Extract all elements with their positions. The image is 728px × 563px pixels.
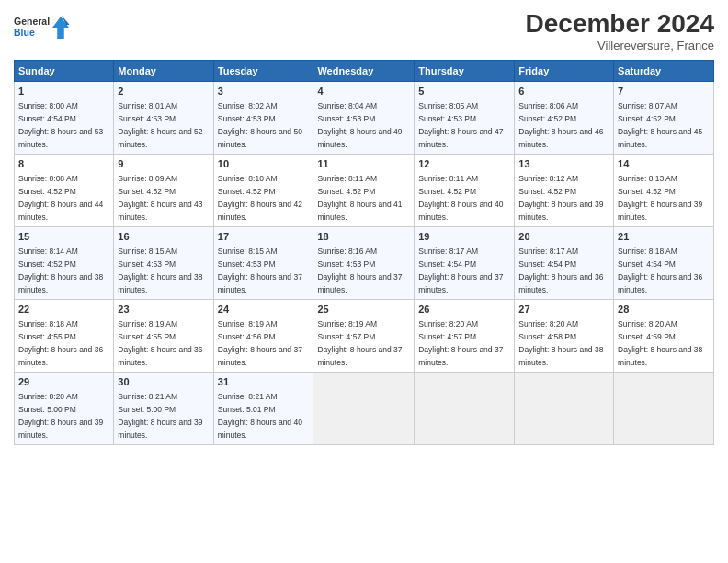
week-row-4: 22 Sunrise: 8:18 AMSunset: 4:55 PMDaylig…	[15, 299, 714, 372]
day-number: 24	[218, 303, 310, 316]
day-cell-1: 1 Sunrise: 8:00 AMSunset: 4:54 PMDayligh…	[15, 82, 114, 155]
day-cell-3: 3 Sunrise: 8:02 AMSunset: 4:53 PMDayligh…	[213, 82, 313, 155]
day-info: Sunrise: 8:11 AMSunset: 4:52 PMDaylight:…	[418, 174, 503, 222]
day-info: Sunrise: 8:01 AMSunset: 4:53 PMDaylight:…	[118, 101, 202, 149]
month-year-title: December 2024	[526, 9, 714, 39]
page: { "header": { "logo_line1": "General", "…	[0, 0, 728, 563]
day-number: 27	[518, 303, 609, 316]
day-info: Sunrise: 8:09 AMSunset: 4:52 PMDaylight:…	[118, 174, 202, 222]
day-info: Sunrise: 8:04 AMSunset: 4:53 PMDaylight:…	[317, 101, 402, 149]
day-cell-31: 31 Sunrise: 8:21 AMSunset: 5:01 PMDaylig…	[213, 372, 313, 444]
svg-marker-2	[52, 17, 69, 39]
calendar-table: Sunday Monday Tuesday Wednesday Thursday…	[14, 60, 714, 445]
week-row-1: 1 Sunrise: 8:00 AMSunset: 4:54 PMDayligh…	[15, 82, 714, 155]
day-number: 21	[618, 230, 710, 244]
day-cell-22: 22 Sunrise: 8:18 AMSunset: 4:55 PMDaylig…	[15, 299, 114, 372]
day-info: Sunrise: 8:13 AMSunset: 4:52 PMDaylight:…	[618, 174, 702, 222]
day-cell-26: 26 Sunrise: 8:20 AMSunset: 4:57 PMDaylig…	[415, 299, 515, 372]
day-number: 22	[18, 303, 109, 316]
week-row-2: 8 Sunrise: 8:08 AMSunset: 4:52 PMDayligh…	[15, 154, 714, 226]
day-info: Sunrise: 8:05 AMSunset: 4:53 PMDaylight:…	[418, 101, 503, 149]
day-cell-21: 21 Sunrise: 8:18 AMSunset: 4:54 PMDaylig…	[614, 226, 714, 299]
day-number: 2	[118, 85, 209, 98]
logo-svg: General Blue	[14, 9, 69, 46]
day-info: Sunrise: 8:02 AMSunset: 4:53 PMDaylight:…	[218, 101, 302, 149]
day-info: Sunrise: 8:06 AMSunset: 4:52 PMDaylight:…	[518, 101, 603, 149]
day-number: 23	[118, 303, 209, 316]
day-cell-23: 23 Sunrise: 8:19 AMSunset: 4:55 PMDaylig…	[114, 299, 213, 372]
day-info: Sunrise: 8:12 AMSunset: 4:52 PMDaylight:…	[518, 174, 603, 222]
day-info: Sunrise: 8:19 AMSunset: 4:57 PMDaylight:…	[317, 319, 402, 367]
day-info: Sunrise: 8:20 AMSunset: 4:59 PMDaylight:…	[618, 319, 702, 367]
day-info: Sunrise: 8:18 AMSunset: 4:54 PMDaylight:…	[618, 247, 702, 294]
day-cell-24: 24 Sunrise: 8:19 AMSunset: 4:56 PMDaylig…	[213, 299, 313, 372]
day-info: Sunrise: 8:18 AMSunset: 4:55 PMDaylight:…	[18, 319, 103, 367]
day-number: 14	[618, 157, 710, 171]
day-number: 20	[518, 230, 609, 244]
day-number: 6	[518, 85, 609, 98]
day-info: Sunrise: 8:17 AMSunset: 4:54 PMDaylight:…	[418, 247, 503, 294]
day-info: Sunrise: 8:00 AMSunset: 4:54 PMDaylight:…	[18, 101, 103, 149]
header-tuesday: Tuesday	[213, 61, 313, 82]
day-number: 10	[218, 157, 310, 171]
day-cell-8: 8 Sunrise: 8:08 AMSunset: 4:52 PMDayligh…	[15, 154, 114, 226]
day-info: Sunrise: 8:11 AMSunset: 4:52 PMDaylight:…	[317, 174, 402, 222]
day-cell-14: 14 Sunrise: 8:13 AMSunset: 4:52 PMDaylig…	[614, 154, 714, 226]
week-row-3: 15 Sunrise: 8:14 AMSunset: 4:52 PMDaylig…	[15, 226, 714, 299]
day-number: 3	[218, 85, 310, 98]
title-area: December 2024 Villereversure, France	[526, 9, 714, 52]
day-cell-12: 12 Sunrise: 8:11 AMSunset: 4:52 PMDaylig…	[415, 154, 515, 226]
day-number: 31	[218, 375, 310, 389]
day-info: Sunrise: 8:07 AMSunset: 4:52 PMDaylight:…	[618, 101, 702, 149]
day-number: 13	[518, 157, 609, 171]
day-cell-10: 10 Sunrise: 8:10 AMSunset: 4:52 PMDaylig…	[213, 154, 313, 226]
day-cell-6: 6 Sunrise: 8:06 AMSunset: 4:52 PMDayligh…	[515, 82, 614, 155]
header-friday: Friday	[515, 61, 614, 82]
day-cell-9: 9 Sunrise: 8:09 AMSunset: 4:52 PMDayligh…	[114, 154, 213, 226]
empty-cell	[614, 372, 714, 444]
day-cell-28: 28 Sunrise: 8:20 AMSunset: 4:59 PMDaylig…	[614, 299, 714, 372]
day-cell-5: 5 Sunrise: 8:05 AMSunset: 4:53 PMDayligh…	[415, 82, 515, 155]
svg-text:Blue: Blue	[14, 27, 35, 38]
day-number: 16	[118, 230, 209, 244]
day-number: 9	[118, 157, 209, 171]
day-cell-30: 30 Sunrise: 8:21 AMSunset: 5:00 PMDaylig…	[114, 372, 213, 444]
day-info: Sunrise: 8:10 AMSunset: 4:52 PMDaylight:…	[218, 174, 302, 222]
day-number: 28	[618, 303, 710, 316]
day-number: 26	[418, 303, 510, 316]
day-number: 7	[618, 85, 710, 98]
calendar-header-row: Sunday Monday Tuesday Wednesday Thursday…	[15, 61, 714, 82]
day-info: Sunrise: 8:15 AMSunset: 4:53 PMDaylight:…	[218, 247, 302, 294]
day-cell-17: 17 Sunrise: 8:15 AMSunset: 4:53 PMDaylig…	[213, 226, 313, 299]
day-cell-16: 16 Sunrise: 8:15 AMSunset: 4:53 PMDaylig…	[114, 226, 213, 299]
day-cell-7: 7 Sunrise: 8:07 AMSunset: 4:52 PMDayligh…	[614, 82, 714, 155]
header-sunday: Sunday	[15, 61, 114, 82]
day-cell-11: 11 Sunrise: 8:11 AMSunset: 4:52 PMDaylig…	[313, 154, 415, 226]
day-number: 4	[317, 85, 410, 98]
empty-cell	[313, 372, 415, 444]
day-cell-19: 19 Sunrise: 8:17 AMSunset: 4:54 PMDaylig…	[415, 226, 515, 299]
day-info: Sunrise: 8:21 AMSunset: 5:00 PMDaylight:…	[118, 392, 202, 440]
day-info: Sunrise: 8:15 AMSunset: 4:53 PMDaylight:…	[118, 247, 202, 294]
day-info: Sunrise: 8:21 AMSunset: 5:01 PMDaylight:…	[218, 392, 302, 440]
day-cell-2: 2 Sunrise: 8:01 AMSunset: 4:53 PMDayligh…	[114, 82, 213, 155]
day-info: Sunrise: 8:17 AMSunset: 4:54 PMDaylight:…	[518, 247, 603, 294]
svg-text:General: General	[14, 16, 50, 27]
day-cell-27: 27 Sunrise: 8:20 AMSunset: 4:58 PMDaylig…	[515, 299, 614, 372]
day-number: 30	[118, 375, 209, 389]
day-number: 12	[418, 157, 510, 171]
day-cell-15: 15 Sunrise: 8:14 AMSunset: 4:52 PMDaylig…	[15, 226, 114, 299]
location-subtitle: Villereversure, France	[526, 39, 714, 52]
day-number: 17	[218, 230, 310, 244]
header-wednesday: Wednesday	[313, 61, 415, 82]
day-info: Sunrise: 8:20 AMSunset: 4:58 PMDaylight:…	[518, 319, 603, 367]
day-number: 1	[18, 85, 109, 98]
day-cell-4: 4 Sunrise: 8:04 AMSunset: 4:53 PMDayligh…	[313, 82, 415, 155]
week-row-5: 29 Sunrise: 8:20 AMSunset: 5:00 PMDaylig…	[15, 372, 714, 444]
day-number: 5	[418, 85, 510, 98]
day-info: Sunrise: 8:19 AMSunset: 4:56 PMDaylight:…	[218, 319, 302, 367]
day-cell-29: 29 Sunrise: 8:20 AMSunset: 5:00 PMDaylig…	[15, 372, 114, 444]
day-number: 18	[317, 230, 410, 244]
day-info: Sunrise: 8:20 AMSunset: 5:00 PMDaylight:…	[18, 392, 103, 440]
day-info: Sunrise: 8:08 AMSunset: 4:52 PMDaylight:…	[18, 174, 103, 222]
